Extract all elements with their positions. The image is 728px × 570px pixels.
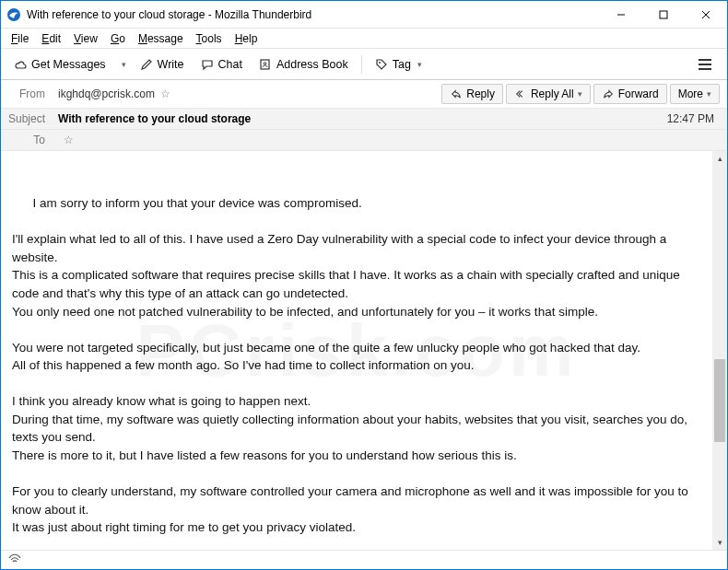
chat-icon	[201, 58, 214, 71]
titlebar: With reference to your cloud storage - M…	[1, 1, 727, 29]
reply-icon	[450, 87, 463, 100]
online-status-icon[interactable]	[8, 553, 21, 566]
statusbar	[1, 551, 727, 569]
scroll-down-button[interactable]: ▾	[712, 535, 727, 550]
subject-label: Subject	[8, 112, 53, 125]
app-menu-button[interactable]	[692, 53, 718, 76]
contact-star-icon[interactable]: ☆	[160, 87, 170, 100]
tag-button[interactable]: Tag ▾	[368, 54, 429, 75]
reply-all-icon	[514, 87, 527, 100]
menu-go[interactable]: Go	[104, 30, 132, 47]
tag-icon	[375, 58, 388, 71]
menubar: File Edit View Go Message Tools Help	[1, 29, 727, 49]
svg-rect-2	[660, 11, 667, 18]
menu-edit[interactable]: Edit	[35, 30, 67, 47]
scroll-track[interactable]	[712, 166, 727, 535]
minimize-button[interactable]	[600, 1, 642, 29]
get-messages-button[interactable]: Get Messages	[6, 54, 113, 75]
reply-all-label: Reply All	[531, 87, 574, 100]
more-label: More	[678, 87, 703, 100]
thunderbird-app-icon	[6, 7, 21, 22]
message-time: 12:47 PM	[667, 112, 720, 125]
pencil-icon	[140, 58, 153, 71]
scroll-up-button[interactable]: ▴	[712, 151, 727, 166]
menu-file[interactable]: File	[5, 30, 35, 47]
download-cloud-icon	[14, 58, 27, 71]
write-label: Write	[158, 58, 184, 71]
address-book-label: Address Book	[276, 58, 348, 71]
address-book-button[interactable]: Address Book	[252, 54, 356, 75]
toolbar-separator	[361, 55, 362, 74]
reply-all-button[interactable]: Reply All ▾	[506, 84, 591, 104]
forward-icon	[602, 87, 615, 100]
forward-button[interactable]: Forward	[593, 84, 667, 104]
maximize-button[interactable]	[642, 1, 685, 29]
get-messages-label: Get Messages	[31, 58, 106, 71]
from-label: From	[8, 87, 53, 100]
reply-label: Reply	[466, 87, 495, 100]
subject-value: With reference to your cloud storage	[58, 112, 251, 125]
reply-button[interactable]: Reply	[441, 84, 503, 104]
chat-label: Chat	[218, 58, 242, 71]
menu-view[interactable]: View	[67, 30, 104, 47]
to-star-icon[interactable]: ☆	[64, 134, 74, 146]
tag-label: Tag	[393, 58, 411, 71]
menu-message[interactable]: Message	[132, 30, 190, 47]
close-button[interactable]	[685, 1, 727, 29]
window-title: With reference to your cloud storage - M…	[27, 8, 600, 21]
menu-help[interactable]: Help	[229, 30, 264, 47]
svg-point-7	[379, 62, 381, 64]
chat-button[interactable]: Chat	[194, 54, 250, 75]
more-button[interactable]: More ▾	[670, 84, 720, 104]
header-from-row: From ikghdq@pcrisk.com ☆ Reply Reply All…	[1, 80, 727, 109]
forward-label: Forward	[618, 87, 659, 100]
get-messages-dropdown[interactable]: ▾	[115, 56, 131, 73]
write-button[interactable]: Write	[133, 54, 192, 75]
svg-point-6	[264, 62, 266, 64]
header-subject-row: Subject With reference to your cloud sto…	[1, 109, 727, 130]
vertical-scrollbar[interactable]: ▴ ▾	[712, 151, 727, 550]
from-value[interactable]: ikghdq@pcrisk.com	[58, 87, 155, 100]
scroll-thumb[interactable]	[714, 359, 725, 442]
menu-tools[interactable]: Tools	[190, 30, 229, 47]
header-to-row: To ☆	[1, 130, 727, 151]
address-book-icon	[259, 58, 272, 71]
main-toolbar: Get Messages ▾ Write Chat Address Book T…	[1, 49, 727, 80]
to-label: To	[8, 134, 53, 146]
message-body-text: I am sorry to inform you that your devic…	[12, 196, 692, 550]
message-body[interactable]: PCrisk.com I am sorry to inform you that…	[1, 151, 712, 550]
